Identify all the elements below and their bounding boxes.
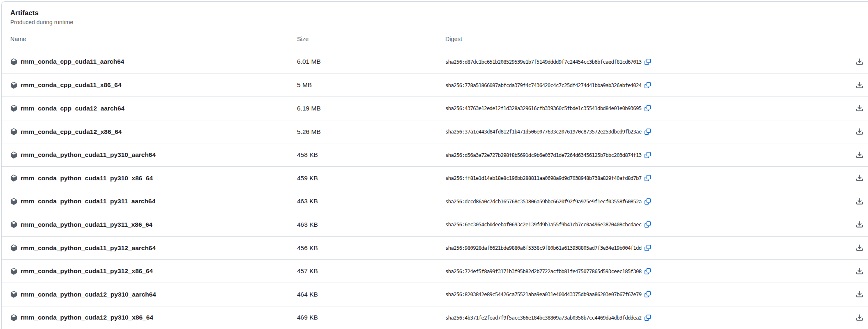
artifact-name-cell: rmm_conda_python_cuda11_py311_aarch64 xyxy=(10,198,297,205)
artifact-actions-cell xyxy=(847,244,863,252)
artifact-name: rmm_conda_cpp_cuda11_aarch64 xyxy=(21,58,124,65)
artifact-name: rmm_conda_python_cuda11_py310_x86_64 xyxy=(21,175,153,182)
artifact-digest: sha256:778a51866087abfcda379f4c7436420c4… xyxy=(445,82,642,88)
copy-icon xyxy=(645,175,651,181)
download-artifact-button[interactable] xyxy=(856,267,863,275)
download-artifact-button[interactable] xyxy=(856,221,863,228)
download-artifact-button[interactable] xyxy=(856,81,863,89)
download-icon xyxy=(856,58,863,66)
artifact-name-cell: rmm_conda_python_cuda12_py310_aarch64 xyxy=(10,291,297,298)
copy-digest-button[interactable] xyxy=(645,152,651,158)
copy-digest-button[interactable] xyxy=(645,105,651,111)
artifact-name-cell: rmm_conda_python_cuda12_py310_x86_64 xyxy=(10,314,297,321)
copy-digest-button[interactable] xyxy=(645,221,651,228)
copy-digest-button[interactable] xyxy=(645,245,651,251)
package-icon xyxy=(10,268,17,275)
artifact-name-cell: rmm_conda_python_cuda11_py312_x86_64 xyxy=(10,267,297,275)
copy-digest-button[interactable] xyxy=(645,198,651,205)
artifact-digest: sha256:43763e12ede12f1d328a329616cfb3393… xyxy=(445,105,642,111)
download-artifact-button[interactable] xyxy=(856,151,863,159)
artifact-digest-cell: sha256:ff81e1d14ab18e8c196bb288811aa0698… xyxy=(445,175,847,181)
package-icon xyxy=(10,198,17,205)
download-artifact-button[interactable] xyxy=(856,104,863,112)
artifact-row: rmm_conda_python_cuda11_py310_aarch64 45… xyxy=(2,143,868,166)
download-artifact-button[interactable] xyxy=(856,128,863,136)
artifact-size: 6.01 MB xyxy=(297,58,445,65)
artifact-size: 464 KB xyxy=(297,291,445,298)
package-icon xyxy=(10,152,17,159)
artifact-row: rmm_conda_python_cuda11_py310_x86_64 459… xyxy=(2,166,868,190)
artifact-digest: sha256:ff81e1d14ab18e8c196bb288811aa0698… xyxy=(445,175,642,181)
download-artifact-button[interactable] xyxy=(856,244,863,252)
copy-digest-button[interactable] xyxy=(645,129,651,135)
copy-icon xyxy=(645,268,651,274)
artifact-digest: sha256:dccd86a0c7dcb165768c353806a59bbc6… xyxy=(445,198,642,205)
artifact-actions-cell xyxy=(847,151,863,159)
artifact-digest-cell: sha256:dccd86a0c7dcb165768c353806a59bbc6… xyxy=(445,198,847,205)
package-icon xyxy=(10,105,17,112)
package-icon xyxy=(10,175,17,182)
column-header-digest: Digest xyxy=(445,35,847,43)
copy-digest-button[interactable] xyxy=(645,175,651,181)
copy-digest-button[interactable] xyxy=(645,59,651,65)
artifact-list: rmm_conda_cpp_cuda11_aarch64 6.01 MB sha… xyxy=(2,50,868,329)
download-icon xyxy=(856,128,863,136)
copy-digest-button[interactable] xyxy=(645,268,651,274)
package-icon xyxy=(10,291,17,298)
artifact-digest-cell: sha256:980928daf6621bde9880a6f5338c9f80b… xyxy=(445,245,847,251)
artifact-row: rmm_conda_python_cuda12_py310_x86_64 469… xyxy=(2,306,868,329)
artifact-actions-cell xyxy=(847,198,863,205)
artifact-size: 457 KB xyxy=(297,267,445,275)
download-artifact-button[interactable] xyxy=(856,314,863,322)
artifact-size: 463 KB xyxy=(297,221,445,228)
artifact-name: rmm_conda_cpp_cuda12_x86_64 xyxy=(21,128,122,136)
copy-digest-button[interactable] xyxy=(645,82,651,88)
copy-icon xyxy=(645,198,651,205)
artifact-name: rmm_conda_python_cuda11_py310_aarch64 xyxy=(21,151,156,159)
panel-subtitle: Produced during runtime xyxy=(10,18,863,26)
download-artifact-button[interactable] xyxy=(856,58,863,66)
artifact-name: rmm_conda_python_cuda12_py310_aarch64 xyxy=(21,291,156,298)
package-icon xyxy=(10,128,17,135)
download-icon xyxy=(856,221,863,228)
copy-icon xyxy=(645,315,651,321)
artifact-row: rmm_conda_cpp_cuda11_aarch64 6.01 MB sha… xyxy=(2,50,868,74)
artifact-actions-cell xyxy=(847,174,863,182)
artifact-actions-cell xyxy=(847,128,863,136)
download-artifact-button[interactable] xyxy=(856,174,863,182)
artifact-name-cell: rmm_conda_cpp_cuda12_aarch64 xyxy=(10,105,297,112)
download-icon xyxy=(856,81,863,89)
column-header-size: Size xyxy=(297,35,445,43)
package-icon xyxy=(10,58,17,65)
artifact-name-cell: rmm_conda_python_cuda11_py310_x86_64 xyxy=(10,175,297,182)
artifact-digest-cell: sha256:37a1e443d84fd812f1b471d506e077633… xyxy=(445,129,847,135)
download-artifact-button[interactable] xyxy=(856,198,863,205)
artifact-size: 5.26 MB xyxy=(297,128,445,136)
artifact-digest-cell: sha256:778a51866087abfcda379f4c7436420c4… xyxy=(445,82,847,88)
artifact-name-cell: rmm_conda_python_cuda11_py310_aarch64 xyxy=(10,151,297,159)
artifact-actions-cell xyxy=(847,267,863,275)
copy-digest-button[interactable] xyxy=(645,315,651,321)
artifact-row: rmm_conda_cpp_cuda11_x86_64 5 MB sha256:… xyxy=(2,74,868,97)
copy-icon xyxy=(645,291,651,297)
artifacts-panel-header: Artifacts Produced during runtime Name S… xyxy=(2,2,868,50)
copy-icon xyxy=(645,245,651,251)
artifact-digest-cell: sha256:4b371fe2fead7f9f5acc366e184bc3880… xyxy=(445,315,847,321)
column-header-name: Name xyxy=(10,35,297,43)
copy-digest-button[interactable] xyxy=(645,291,651,297)
package-icon xyxy=(10,221,17,228)
artifact-digest: sha256:4b371fe2fead7f9f5acc366e184bc3880… xyxy=(445,315,642,321)
artifact-name: rmm_conda_python_cuda11_py312_x86_64 xyxy=(21,267,153,275)
artifact-name: rmm_conda_python_cuda11_py311_aarch64 xyxy=(21,198,155,205)
copy-icon xyxy=(645,105,651,111)
artifact-name-cell: rmm_conda_cpp_cuda11_x86_64 xyxy=(10,81,297,89)
artifact-size: 456 KB xyxy=(297,244,445,252)
download-artifact-button[interactable] xyxy=(856,290,863,298)
panel-title: Artifacts xyxy=(10,9,863,18)
artifact-size: 5 MB xyxy=(297,81,445,89)
column-headers: Name Size Digest xyxy=(10,35,863,43)
download-icon xyxy=(856,151,863,159)
artifact-name: rmm_conda_cpp_cuda11_x86_64 xyxy=(21,81,122,89)
copy-icon xyxy=(645,221,651,228)
download-icon xyxy=(856,314,863,322)
